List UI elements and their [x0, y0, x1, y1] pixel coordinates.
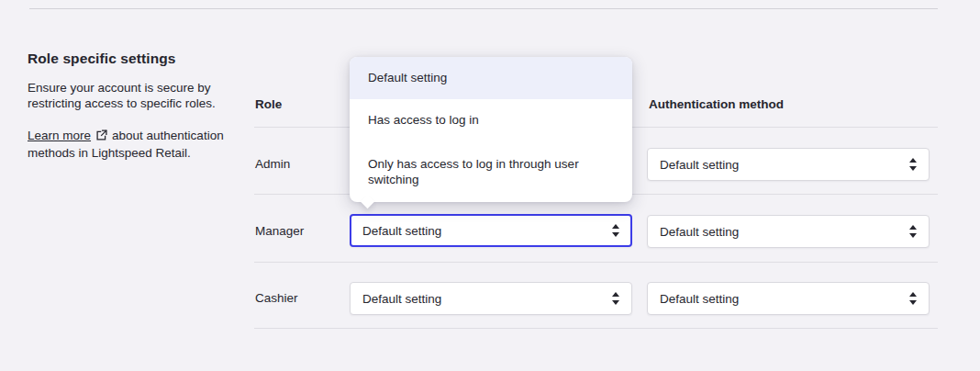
role-settings-intro: Role specific settings Ensure your accou…: [28, 50, 224, 161]
page-top-divider: [29, 8, 938, 9]
row-label-cashier: Cashier: [255, 291, 298, 305]
cashier-authentication-method-select[interactable]: Default setting: [647, 282, 930, 315]
section-title: Role specific settings: [28, 50, 224, 67]
column-header-role: Role: [255, 97, 282, 111]
section-description: Ensure your account is secure by restric…: [28, 81, 224, 111]
dropdown-option-only-user-switching[interactable]: Only has access to log in through user s…: [350, 142, 632, 202]
admin-authentication-method-select[interactable]: Default setting: [647, 148, 930, 181]
select-value: Default setting: [660, 292, 739, 306]
row-label-manager: Manager: [255, 224, 304, 238]
external-link-icon: [95, 129, 107, 146]
dropdown-option-has-access-to-log-in[interactable]: Has access to log in: [350, 99, 632, 142]
select-value: Default setting: [362, 292, 441, 306]
login-setting-dropdown-menu: Default setting Has access to log in Onl…: [350, 57, 632, 202]
select-value: Default setting: [362, 224, 441, 238]
learn-more-link[interactable]: Learn more: [28, 129, 93, 142]
column-header-authentication-method: Authentication method: [649, 97, 784, 111]
cashier-login-setting-select[interactable]: Default setting: [350, 282, 632, 315]
manager-login-setting-select[interactable]: Default setting: [350, 214, 632, 247]
select-arrows-icon: [612, 292, 619, 305]
manager-authentication-method-select[interactable]: Default setting: [647, 215, 930, 248]
select-arrows-icon: [612, 224, 619, 237]
select-value: Default setting: [660, 225, 739, 239]
learn-more-line: Learn moreabout authentication methods i…: [28, 129, 224, 161]
select-arrows-icon: [909, 292, 917, 305]
select-value: Default setting: [660, 158, 739, 172]
row-divider: [254, 262, 938, 263]
row-label-admin: Admin: [255, 157, 290, 171]
select-arrows-icon: [909, 225, 917, 238]
select-arrows-icon: [909, 158, 917, 171]
table-bottom-divider: [254, 328, 938, 329]
dropdown-option-default-setting[interactable]: Default setting: [350, 57, 632, 99]
